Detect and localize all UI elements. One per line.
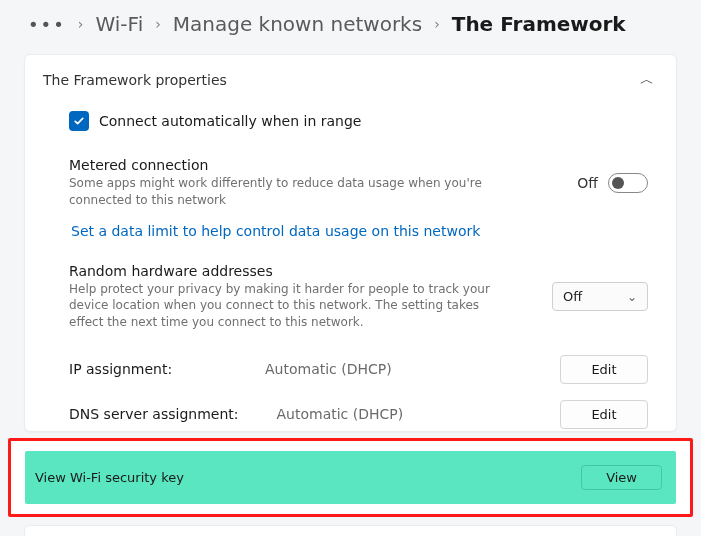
data-limit-link[interactable]: Set a data limit to help control data us… (25, 217, 676, 255)
chevron-right-icon: › (155, 16, 161, 32)
metered-toggle[interactable] (608, 173, 648, 193)
breadcrumb-current: The Framework (452, 12, 626, 36)
ip-assignment-edit-button[interactable]: Edit (560, 355, 648, 384)
panel-title: The Framework properties (43, 72, 227, 88)
dns-assignment-row: DNS server assignment: Automatic (DHCP) … (25, 392, 676, 431)
random-hw-title: Random hardware addresses (69, 263, 499, 279)
advanced-properties-panel: Advanced Wi-Fi network properties Edit (24, 525, 677, 536)
auto-connect-label: Connect automatically when in range (99, 113, 361, 129)
random-hw-row: Random hardware addresses Help protect y… (25, 255, 676, 339)
dns-assignment-value: Automatic (DHCP) (277, 406, 404, 422)
random-hw-dropdown-value: Off (563, 289, 582, 304)
chevron-up-icon: ︿ (640, 71, 654, 89)
metered-toggle-label: Off (577, 175, 598, 191)
breadcrumb: ••• › Wi-Fi › Manage known networks › Th… (0, 0, 701, 54)
dns-assignment-edit-button[interactable]: Edit (560, 400, 648, 429)
security-key-label: View Wi-Fi security key (35, 470, 184, 485)
check-icon (73, 115, 85, 127)
properties-panel-header[interactable]: The Framework properties ︿ (25, 55, 676, 111)
dns-assignment-key: DNS server assignment: (69, 406, 239, 422)
chevron-right-icon: › (78, 16, 84, 32)
chevron-right-icon: › (434, 16, 440, 32)
random-hw-subtitle: Help protect your privacy by making it h… (69, 281, 499, 331)
metered-connection-row: Metered connection Some apps might work … (25, 149, 676, 217)
security-key-view-button[interactable]: View (581, 465, 662, 490)
properties-panel: The Framework properties ︿ Connect autom… (24, 54, 677, 432)
ip-assignment-row: IP assignment: Automatic (DHCP) Edit (25, 347, 676, 392)
security-key-highlight: View Wi-Fi security key View (8, 438, 693, 517)
properties-panel-body: Connect automatically when in range Mete… (25, 111, 676, 431)
metered-toggle-wrap: Off (577, 173, 648, 193)
security-key-row: View Wi-Fi security key View (25, 451, 676, 504)
chevron-down-icon: ⌄ (627, 290, 637, 304)
toggle-knob (612, 177, 624, 189)
breadcrumb-wifi[interactable]: Wi-Fi (95, 12, 143, 36)
breadcrumb-more-icon[interactable]: ••• (28, 14, 66, 35)
random-hw-dropdown[interactable]: Off ⌄ (552, 282, 648, 311)
ip-assignment-key: IP assignment: (69, 361, 227, 377)
ip-assignment-value: Automatic (DHCP) (265, 361, 392, 377)
breadcrumb-manage-networks[interactable]: Manage known networks (173, 12, 422, 36)
auto-connect-row: Connect automatically when in range (25, 111, 676, 149)
metered-title: Metered connection (69, 157, 499, 173)
auto-connect-checkbox[interactable] (69, 111, 89, 131)
metered-subtitle: Some apps might work differently to redu… (69, 175, 499, 209)
